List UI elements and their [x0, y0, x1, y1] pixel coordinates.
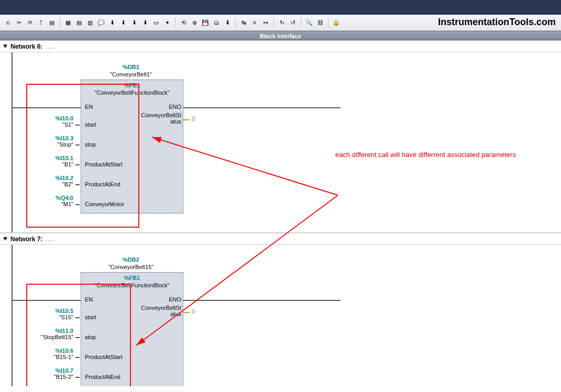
tool-icon-14[interactable]: ▭	[151, 18, 161, 27]
in3-tag: %I10.7 "B15-2"	[21, 367, 73, 380]
network6-header[interactable]: Network 6: .....	[0, 40, 561, 52]
port-en: EN	[85, 296, 93, 303]
tool-icon-13[interactable]: ⬇	[140, 18, 150, 27]
tool-icon-16[interactable]: ⟲	[179, 18, 188, 27]
tool-icon-4[interactable]: ⤴	[36, 18, 46, 27]
collapse-icon[interactable]	[3, 44, 7, 48]
fb-name: "ConveyorBeltFunctionBlock"	[81, 282, 183, 288]
port-eno: ENO	[156, 104, 181, 110]
tool-icon-6[interactable]: ▦	[63, 18, 73, 27]
tool-icon-25[interactable]: ↺	[288, 18, 298, 27]
tool-icon-26[interactable]: 🔍	[304, 18, 314, 27]
port-status: ConveyorBeltStatus	[134, 305, 181, 317]
out-wire	[183, 119, 190, 120]
network7-header[interactable]: Network 7: .....	[0, 233, 561, 245]
tool-icon-20[interactable]: ⬇	[223, 18, 232, 27]
port-eno: ENO	[156, 296, 181, 303]
title-bar	[0, 0, 561, 15]
network7-title: Network 7:	[10, 236, 42, 243]
tool-icon-9[interactable]: 💬	[96, 18, 106, 27]
tool-icon-24[interactable]: ↻	[277, 18, 287, 27]
fb-addr: %FB1	[81, 82, 183, 88]
out-wire	[183, 312, 190, 313]
network7-canvas: %DB2 "ConveyorBelt15" %FB1 "ConveyorBelt…	[0, 245, 561, 386]
wire-out	[183, 107, 340, 108]
tool-icon-8[interactable]: ▥	[85, 18, 95, 27]
network6-ellipsis: .....	[46, 43, 54, 50]
tool-icon-7[interactable]: ▤	[74, 18, 84, 27]
toolbar: ⎋ ✂ ⟳ ⤴ ▤ ▦ ▤ ▥ 💬 ⬇ ⬇ ⬇ ⬇ ▭ ✦ ⟲ ⊗ 💾 🗂 ⬇ …	[0, 15, 561, 31]
tool-icon-18[interactable]: 💾	[201, 18, 210, 27]
in2-tag: %I10.6 "B15-1"	[21, 348, 73, 360]
brand-label: InstrumentationTools.com	[438, 17, 556, 28]
wire-in	[13, 107, 81, 108]
in2-port: ProductAtStart	[85, 354, 123, 360]
db-name: "ConveyorBelt1"	[79, 71, 183, 77]
collapse-icon[interactable]	[3, 237, 7, 241]
network7-ellipsis: .....	[46, 236, 54, 243]
wire-out	[183, 300, 340, 301]
tool-icon-27[interactable]: ⛓	[315, 18, 325, 27]
in3-tag: %I10.2 "B2"	[21, 175, 73, 187]
in4-port: ConveyorMotor	[85, 201, 124, 207]
in0-port: start	[85, 121, 96, 128]
in1-tag: %I10.3 "Stop"	[21, 135, 73, 148]
port-en: EN	[85, 104, 93, 110]
tool-icon-2[interactable]: ✂	[14, 18, 24, 27]
tool-icon-5[interactable]: ▤	[47, 18, 57, 27]
power-rail	[12, 52, 13, 232]
tool-icon-17[interactable]: ⊗	[190, 18, 199, 27]
in1-port: stop	[85, 334, 96, 340]
annotation-text: each different call will have differrent…	[335, 151, 516, 159]
in3-port: ProductAtEnd	[85, 181, 120, 187]
in2-tag: %I10.1 "B1"	[21, 155, 73, 167]
tool-icon-28[interactable]: 🔒	[332, 18, 341, 27]
out-value: 0	[192, 308, 195, 315]
fb-box[interactable]: %FB1 "ConveyorBeltFunctionBlock"	[81, 272, 183, 386]
in0-tag: %I10.5 "S15"	[21, 308, 73, 320]
tool-icon-11[interactable]: ⬇	[118, 18, 128, 27]
in0-tag: %I10.0 "S1"	[21, 115, 73, 128]
tool-icon-10[interactable]: ⬇	[107, 18, 117, 27]
in4-tag: %Q4.0 "M1"	[21, 195, 73, 207]
db-addr: %DB2	[79, 256, 183, 263]
block-interface-bar: Block interface	[0, 31, 561, 40]
power-rail	[12, 245, 13, 386]
tool-icon-19[interactable]: 🗂	[212, 18, 221, 27]
network6-canvas: %DB1 "ConveyorBelt1" %FB1 "ConveyorBeltF…	[0, 52, 561, 233]
in3-port: ProductAtEnd	[85, 374, 120, 380]
fb-addr: %FB1	[81, 275, 183, 281]
db-name: "ConveyorBelt15"	[79, 264, 183, 270]
db-addr: %DB1	[79, 64, 183, 70]
tool-icon-12[interactable]: ⬇	[129, 18, 139, 27]
fb-box[interactable]: %FB1 "ConveyorBeltFunctionBlock"	[81, 80, 183, 214]
tool-icon-15[interactable]: ✦	[162, 18, 172, 27]
network6-title: Network 6:	[10, 43, 42, 50]
in1-port: stop	[85, 141, 96, 148]
wire-in	[13, 300, 81, 301]
in0-port: start	[85, 314, 96, 320]
out-value: 0	[192, 116, 195, 122]
tool-icon-1[interactable]: ⎋	[3, 18, 13, 27]
in1-tag: %I11.0 "StopBelt15"	[21, 328, 73, 340]
tool-icon-22[interactable]: ≡	[250, 18, 259, 27]
tool-icon-3[interactable]: ⟳	[25, 18, 35, 27]
tool-icon-21[interactable]: ↹	[239, 18, 248, 27]
in2-port: ProductAtStart	[85, 161, 123, 167]
port-status: ConveyorBeltStatus	[134, 112, 181, 125]
tool-icon-23[interactable]: ↦	[261, 18, 270, 27]
fb-name: "ConveyorBeltFunctionBlock"	[81, 89, 183, 96]
